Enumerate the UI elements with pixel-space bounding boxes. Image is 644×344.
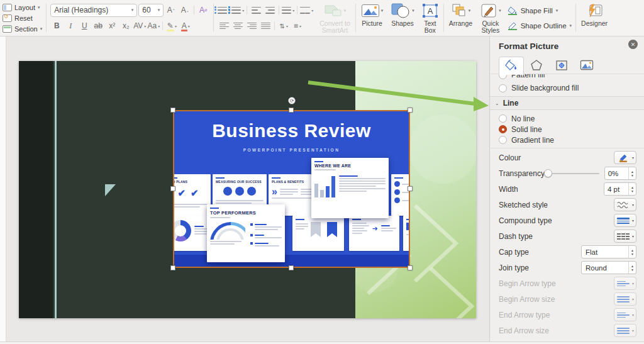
resize-handle-sw[interactable] <box>170 265 175 270</box>
slide-background-fill-option[interactable]: Slide background fill <box>490 82 644 94</box>
columns-icon <box>300 7 305 14</box>
close-icon[interactable]: ✕ <box>628 40 638 49</box>
increase-indent-button[interactable] <box>264 4 276 16</box>
stepper-icon[interactable]: ▲▼ <box>628 183 636 195</box>
stepper-icon[interactable]: ▲▼ <box>628 246 636 258</box>
compound-type-dropdown[interactable]: ▾ <box>614 214 636 227</box>
resize-handle-se[interactable] <box>408 265 413 270</box>
tab-effects[interactable] <box>524 57 549 74</box>
tab-fill-line[interactable] <box>499 57 524 75</box>
subscript-button[interactable]: x₂ <box>119 19 132 32</box>
tab-picture[interactable] <box>574 57 599 74</box>
change-case-button[interactable]: Aa▾ <box>147 19 160 32</box>
chevron-down-icon: ▾ <box>632 234 636 238</box>
sketched-style-dropdown[interactable]: ▾ <box>614 198 636 211</box>
rotation-handle[interactable]: ⟳ <box>288 97 296 104</box>
cap-type-row: Cap type Flat ▲▼ <box>490 244 644 260</box>
clear-formatting-button[interactable]: A⌀ <box>197 4 209 16</box>
decrease-font-button[interactable]: A⌄ <box>179 4 191 16</box>
quick-styles-button[interactable]: ▾ Quick Styles <box>476 0 505 36</box>
superscript-button[interactable]: x² <box>106 19 118 32</box>
italic-button[interactable]: I <box>64 19 77 32</box>
textbox-icon: A <box>422 3 438 18</box>
shape-outline-button[interactable]: Shape Outline ▾ <box>508 19 572 33</box>
arrow-type-icon <box>614 281 632 286</box>
text-direction-button[interactable]: ⇅▾ <box>277 19 290 32</box>
end-arrow-type-dropdown[interactable]: ▾ <box>614 308 636 321</box>
smartart-icon <box>324 4 343 17</box>
layout-button[interactable]: Layout ▾ <box>3 2 42 13</box>
layout-icon <box>3 4 12 11</box>
underline-button[interactable]: U <box>78 19 91 32</box>
shapes-icon <box>391 3 411 19</box>
chevron-down-icon: ▾ <box>40 26 43 31</box>
font-name-combo[interactable]: Arial (Headings) ▾ <box>50 4 137 17</box>
reset-button[interactable]: Reset <box>3 13 42 23</box>
decrease-indent-button[interactable] <box>250 4 262 16</box>
line-colour-button[interactable]: ▾ <box>614 151 636 164</box>
transparency-slider[interactable] <box>545 169 599 177</box>
stepper-icon[interactable]: ▲▼ <box>628 167 636 179</box>
columns-button[interactable]: ▾ <box>300 4 313 16</box>
align-left-icon <box>219 23 229 30</box>
shape-fill-button[interactable]: Shape Fill ▾ <box>508 4 572 18</box>
begin-arrow-type-dropdown[interactable]: ▾ <box>614 277 636 290</box>
line-section-header[interactable]: ⌄ Line <box>490 96 644 110</box>
font-color-button[interactable]: A▾ <box>179 19 192 32</box>
tab-size-properties[interactable] <box>549 57 574 74</box>
highlight-color-button[interactable]: ✎▾ <box>165 19 178 32</box>
align-center-button[interactable] <box>231 19 244 32</box>
character-spacing-button[interactable]: AV▾ <box>133 19 146 32</box>
justify-icon <box>261 23 270 30</box>
highlighter-icon: ✎ <box>167 21 174 30</box>
resize-handle-e[interactable] <box>408 186 413 191</box>
justify-button[interactable] <box>259 19 272 32</box>
picture-button[interactable]: ▾ Picture <box>357 0 387 36</box>
layout-label: Layout <box>14 4 35 11</box>
font-group: Arial (Headings) ▾ 60 ▾ A⌃ A⌄ A⌀ B I U a… <box>48 0 212 36</box>
slide-layout-group: Layout ▾ Reset Section ▾ <box>0 0 45 36</box>
resize-handle-nw[interactable] <box>170 108 175 113</box>
strikethrough-button[interactable]: ab <box>92 19 104 32</box>
end-arrow-size-dropdown[interactable]: ▾ <box>614 324 636 337</box>
arrange-button[interactable]: ▾ Arrange <box>445 0 476 36</box>
increase-font-button[interactable]: A⌃ <box>165 4 177 16</box>
resize-handle-ne[interactable] <box>408 108 413 113</box>
chevron-down-icon: ▾ <box>632 313 636 317</box>
picture-icon <box>361 3 380 18</box>
teal-triangle-shape[interactable] <box>105 184 116 196</box>
join-type-select[interactable]: Round ▲▼ <box>581 261 636 274</box>
shapes-button[interactable]: ▾ Shapes <box>387 0 418 36</box>
solid-line-option[interactable]: Solid line <box>490 124 644 135</box>
designer-button[interactable]: Designer <box>577 0 611 36</box>
width-spinbox[interactable]: 4 pt ▲▼ <box>604 182 636 196</box>
designer-label: Designer <box>581 20 608 27</box>
dash-type-dropdown[interactable]: ▾ <box>614 230 636 243</box>
thumbnail-pane-edge[interactable] <box>0 36 6 341</box>
align-text-button[interactable]: ⧈▾ <box>291 19 304 32</box>
paint-bucket-icon <box>504 60 518 72</box>
resize-handle-n[interactable] <box>289 108 294 113</box>
pattern-fill-option[interactable]: Pattern fill <box>490 74 644 81</box>
cap-type-select[interactable]: Flat ▲▼ <box>581 245 636 258</box>
convert-smartart-button[interactable]: ▾ Convert to SmartArt <box>316 0 353 36</box>
stepper-icon[interactable]: ▲▼ <box>628 262 636 274</box>
line-spacing-button[interactable]: ▾ <box>282 4 294 16</box>
font-size-combo[interactable]: 60 ▾ <box>138 4 164 17</box>
fill-options-clipped: Pattern fill <box>490 74 644 82</box>
resize-handle-s[interactable] <box>289 265 294 270</box>
numbering-button[interactable]: ▾ <box>231 4 244 16</box>
resize-handle-w[interactable] <box>170 186 175 191</box>
align-right-button[interactable] <box>245 19 258 32</box>
textbox-button[interactable]: A Text Box <box>418 0 442 36</box>
slider-thumb[interactable] <box>544 169 552 177</box>
no-line-option[interactable]: No line <box>490 113 644 124</box>
begin-arrow-size-dropdown[interactable]: ▾ <box>614 292 636 306</box>
font-color-icon: A <box>182 21 187 30</box>
bold-button[interactable]: B <box>50 19 63 32</box>
transparency-spinbox[interactable]: 0% ▲▼ <box>604 167 636 180</box>
section-button[interactable]: Section ▾ <box>3 23 42 34</box>
gradient-line-option[interactable]: Gradient line <box>490 135 644 145</box>
selected-picture[interactable]: Business Review POWERPOINT PRESENTATION … <box>173 110 410 268</box>
align-left-button[interactable] <box>218 19 230 32</box>
